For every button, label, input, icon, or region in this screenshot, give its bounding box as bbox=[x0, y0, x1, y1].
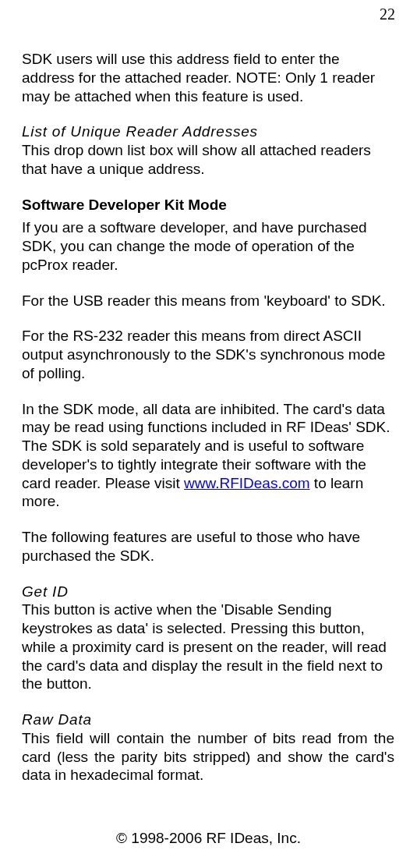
paragraph-get-id: This button is active when the 'Disable … bbox=[22, 601, 394, 693]
paragraph-sdk-features: The following features are useful to tho… bbox=[22, 528, 394, 565]
paragraph-sdk-details: In the SDK mode, all data are inhibited.… bbox=[22, 400, 394, 512]
footer-copyright: © 1998-2006 RF IDeas, Inc. bbox=[0, 829, 417, 848]
heading-get-id: Get ID bbox=[22, 583, 394, 601]
link-rfideas[interactable]: www.RFIDeas.com bbox=[184, 475, 310, 491]
paragraph-raw-data: This field will contain the number of bi… bbox=[22, 729, 394, 785]
heading-raw-data: Raw Data bbox=[22, 710, 394, 729]
paragraph-intro: SDK users will use this address field to… bbox=[22, 50, 394, 105]
heading-list-unique-reader-addresses: List of Unique Reader Addresses bbox=[22, 122, 394, 141]
paragraph-sdk-intro: If you are a software developer, and hav… bbox=[22, 218, 394, 274]
paragraph-rs232: For the RS-232 reader this means from di… bbox=[22, 327, 394, 382]
page-number: 22 bbox=[380, 5, 395, 24]
page-content: SDK users will use this address field to… bbox=[22, 25, 394, 785]
paragraph-usb: For the USB reader this means from 'keyb… bbox=[22, 292, 394, 310]
heading-sdk-mode: Software Developer Kit Mode bbox=[22, 196, 394, 214]
paragraph-list-unique: This drop down list box will show all at… bbox=[22, 141, 394, 179]
